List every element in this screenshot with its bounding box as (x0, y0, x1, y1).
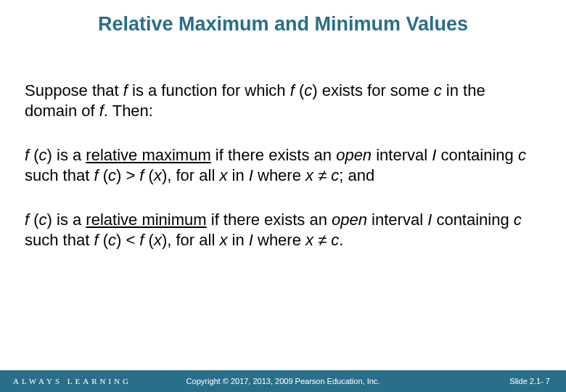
var-f: f (290, 81, 299, 99)
var-c: c (39, 146, 47, 164)
paragraph-relative-minimum: f (c) is a relative minimum if there exi… (25, 210, 541, 250)
term-relative-maximum: relative maximum (86, 146, 210, 164)
text: ), for all (162, 166, 219, 184)
slide-number: Slide 2.1- 7 (509, 377, 566, 385)
text: ( (103, 166, 108, 184)
text: in (227, 166, 248, 184)
term-open: open (332, 211, 367, 229)
text: ), for all (162, 231, 219, 249)
var-x: x (219, 231, 227, 249)
text: where (253, 166, 305, 184)
var-f: f (25, 211, 33, 229)
text: ( (149, 231, 154, 249)
var-x: x (219, 166, 227, 184)
text: ( (33, 211, 38, 229)
var-f: f (25, 146, 33, 164)
text: ( (33, 146, 38, 164)
var-c: c (304, 81, 312, 99)
var-c: c (434, 81, 442, 99)
copyright-text: Copyright © 2017, 2013, 2009 Pearson Edu… (186, 377, 380, 385)
text: . (339, 231, 343, 249)
brand-text: ALWAYS LEARNING (0, 377, 131, 385)
var-x: x (154, 166, 162, 184)
var-c: c (331, 231, 339, 249)
text: ( (149, 166, 154, 184)
not-equal: ≠ (313, 231, 331, 249)
var-c: c (514, 211, 522, 229)
text: is a function for which (128, 81, 290, 99)
paragraph-relative-maximum: f (c) is a relative maximum if there exi… (25, 145, 541, 185)
footer: ALWAYS LEARNING Copyright © 2017, 2013, … (0, 370, 566, 392)
var-f: f (139, 231, 148, 249)
text: ) > (116, 166, 139, 184)
text: in (227, 231, 248, 249)
text: ) is a (47, 211, 86, 229)
var-c: c (331, 166, 339, 184)
text: containing (432, 211, 514, 229)
var-x: x (305, 231, 313, 249)
var-c: c (39, 211, 47, 229)
body-text: Suppose that f is a function for which f… (0, 81, 566, 250)
paragraph-intro: Suppose that f is a function for which f… (25, 81, 541, 121)
text: ( (103, 231, 108, 249)
var-f: f (94, 166, 102, 184)
var-c: c (108, 231, 116, 249)
text: ) is a (47, 146, 86, 164)
text: where (253, 231, 305, 249)
var-c: c (518, 146, 526, 164)
text: ) exists for some (312, 81, 433, 99)
var-x: x (305, 166, 313, 184)
term-relative-minimum: relative minimum (86, 211, 206, 229)
text: ; and (339, 166, 374, 184)
text: containing (436, 146, 518, 164)
text: such that (25, 166, 94, 184)
var-f: f (94, 231, 102, 249)
text: interval (372, 146, 432, 164)
term-open: open (336, 146, 372, 164)
text: interval (367, 211, 427, 229)
text: such that (25, 231, 94, 249)
text: if there exists an (211, 146, 336, 164)
slide: Relative Maximum and Minimum Values Supp… (0, 0, 566, 392)
var-x: x (154, 231, 162, 249)
var-f: f (139, 166, 148, 184)
var-c: c (108, 166, 116, 184)
page-title: Relative Maximum and Minimum Values (0, 0, 566, 36)
not-equal: ≠ (313, 166, 331, 184)
text: Suppose that (25, 81, 123, 99)
text: . Then: (104, 102, 153, 120)
text: if there exists an (207, 211, 332, 229)
text: ) < (116, 231, 139, 249)
